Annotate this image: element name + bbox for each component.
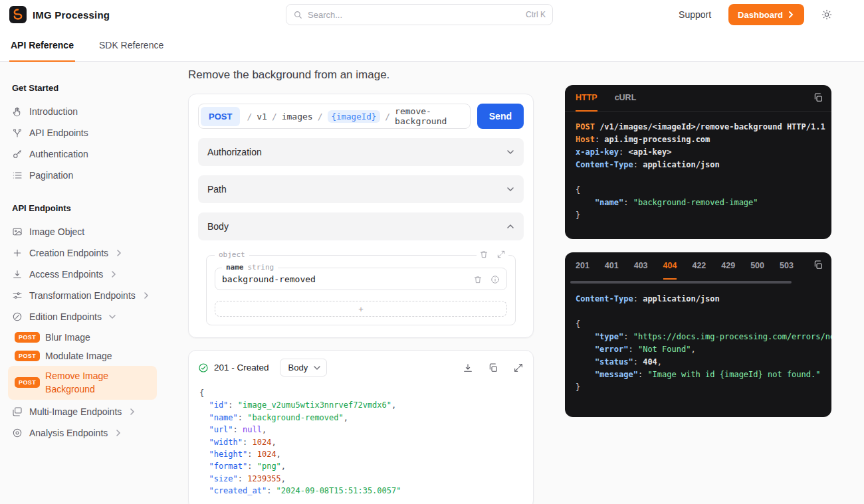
- copy-code-icon[interactable]: [808, 91, 825, 104]
- key-icon: [12, 149, 23, 159]
- sidebar-item-label: Authentication: [29, 149, 88, 159]
- tab-sdk-reference[interactable]: SDK Reference: [98, 29, 165, 62]
- dashboard-label: Dashboard: [738, 10, 783, 20]
- response-header: 201 - Created Body: [189, 359, 533, 383]
- page-content: Get Started Introduction API Endpoints A…: [0, 62, 864, 504]
- sidebar-item-access-endpoints[interactable]: Access Endpoints: [8, 264, 175, 285]
- delete-object-icon[interactable]: [479, 250, 488, 259]
- delete-field-icon[interactable]: [473, 275, 483, 284]
- tab-status-503[interactable]: 503: [780, 252, 794, 280]
- top-bar: IMG Processing Ctrl K Support Dashboard: [0, 0, 864, 29]
- list-icon: [12, 170, 23, 181]
- logo-icon: [9, 6, 27, 23]
- tab-http[interactable]: HTTP: [576, 85, 597, 112]
- sidebar-item-label: Edition Endpoints: [29, 311, 102, 322]
- path-param-image-id[interactable]: {imageId}: [328, 110, 381, 123]
- sidebar-item-transformation-endpoints[interactable]: Transformation Endpoints: [8, 285, 175, 306]
- sidebar-item-creation-endpoints[interactable]: Creation Endpoints: [8, 242, 175, 264]
- sidebar-item-api-endpoints[interactable]: API Endpoints: [8, 122, 175, 143]
- path-separator: /: [385, 112, 390, 122]
- authorization-accordion[interactable]: Authorization: [198, 138, 524, 166]
- api-playground: POST / v1 / images / {imageId} / remove-…: [188, 94, 534, 338]
- sidebar-item-label: Modulate Image: [45, 351, 112, 361]
- path-segment-action: remove-background: [395, 106, 465, 126]
- add-property-button[interactable]: +: [215, 301, 507, 317]
- tab-status-201[interactable]: 201: [576, 252, 590, 280]
- tab-curl[interactable]: cURL: [615, 85, 637, 112]
- section-title: API Endpoints: [12, 203, 175, 213]
- path-segment-images: images: [282, 112, 313, 122]
- support-link[interactable]: Support: [679, 9, 711, 20]
- copy-response-icon[interactable]: [488, 363, 498, 373]
- theme-toggle-icon[interactable]: [821, 9, 832, 20]
- sidebar-item-remove-image-background[interactable]: POST Remove Image Background: [8, 366, 157, 400]
- chevron-up-icon: [506, 222, 514, 230]
- status-code-tabs: 201 401 403 404 422 429 500 503: [565, 252, 831, 279]
- sidebar-item-label: Transformation Endpoints: [29, 290, 136, 301]
- tab-label: SDK Reference: [99, 40, 163, 50]
- info-icon[interactable]: [490, 275, 500, 284]
- sidebar-item-modulate-image[interactable]: POST Modulate Image: [8, 347, 175, 365]
- sidebar-item-label: Multi-Image Endpoints: [29, 406, 122, 417]
- accordion-label: Authorization: [207, 147, 262, 157]
- post-method-badge: POST: [15, 351, 40, 361]
- name-field-input[interactable]: [222, 274, 473, 284]
- search-input[interactable]: [308, 10, 520, 20]
- chevron-down-icon: [108, 313, 116, 321]
- field-type-label: string: [248, 263, 274, 272]
- endpoint-path-box: POST / v1 / images / {imageId} / remove-…: [198, 104, 471, 129]
- accordion-label: Body: [207, 221, 229, 232]
- introduction-icon: [12, 106, 23, 117]
- download-icon: [12, 269, 23, 280]
- name-field-box: name string: [215, 268, 507, 290]
- tab-status-403[interactable]: 403: [634, 252, 648, 280]
- plus-icon: [12, 248, 23, 258]
- tab-status-404[interactable]: 404: [663, 252, 677, 280]
- sidebar-item-authentication[interactable]: Authentication: [8, 143, 175, 165]
- object-label: object: [215, 250, 249, 259]
- search-icon: [293, 10, 302, 19]
- chevron-right-icon: [114, 429, 122, 437]
- post-method-badge: POST: [15, 332, 40, 343]
- sidebar-item-label: Pagination: [29, 170, 73, 181]
- sidebar-item-edition-endpoints[interactable]: Edition Endpoints: [8, 306, 175, 327]
- search-box[interactable]: Ctrl K: [286, 4, 553, 25]
- sidebar-item-analysis-endpoints[interactable]: Analysis Endpoints: [8, 422, 175, 444]
- expand-response-icon[interactable]: [513, 363, 524, 373]
- sidebar-item-introduction[interactable]: Introduction: [8, 101, 175, 122]
- download-response-icon[interactable]: [463, 363, 473, 373]
- tab-status-401[interactable]: 401: [605, 252, 619, 280]
- sidebar-item-label: Analysis Endpoints: [29, 428, 108, 438]
- tab-status-422[interactable]: 422: [692, 252, 706, 280]
- sidebar-item-pagination[interactable]: Pagination: [8, 165, 175, 186]
- body-accordion[interactable]: Body: [198, 212, 524, 240]
- response-view-select[interactable]: Body: [280, 359, 328, 377]
- copy-code-icon[interactable]: [808, 258, 825, 272]
- sidebar-item-image-object[interactable]: Image Object: [8, 221, 175, 242]
- sidebar-item-label: Introduction: [29, 106, 78, 117]
- response-card: 201 - Created Body { "id": "image_v2umu5…: [188, 350, 534, 504]
- chevron-right-icon: [787, 11, 795, 19]
- tab-status-429[interactable]: 429: [721, 252, 735, 280]
- path-accordion[interactable]: Path: [198, 175, 524, 203]
- chevron-down-icon: [313, 364, 321, 372]
- doc-tabbar: API Reference SDK Reference: [0, 29, 864, 62]
- tab-api-reference[interactable]: API Reference: [9, 29, 75, 62]
- sidebar-item-blur-image[interactable]: POST Blur Image: [8, 329, 175, 346]
- chevron-right-icon: [128, 408, 136, 416]
- object-fieldset: object name string: [206, 255, 516, 325]
- chevron-right-icon: [110, 270, 118, 278]
- expand-object-icon[interactable]: [496, 250, 506, 259]
- endpoint-description: Remove the background from an image.: [188, 68, 534, 82]
- sidebar-section-get-started: Get Started Introduction API Endpoints A…: [8, 83, 175, 186]
- error-response-code: Content-Type: application/json { "type":…: [565, 284, 831, 403]
- tab-status-500[interactable]: 500: [750, 252, 764, 280]
- path-separator: /: [247, 112, 252, 122]
- request-panel-tabs: HTTP cURL: [565, 85, 831, 112]
- method-select[interactable]: POST: [201, 107, 240, 126]
- brand[interactable]: IMG Processing: [9, 6, 110, 23]
- chevron-down-icon: [506, 148, 514, 156]
- sidebar-item-multi-image-endpoints[interactable]: Multi-Image Endpoints: [8, 401, 175, 422]
- dashboard-button[interactable]: Dashboard: [728, 4, 804, 25]
- send-button[interactable]: Send: [477, 104, 524, 129]
